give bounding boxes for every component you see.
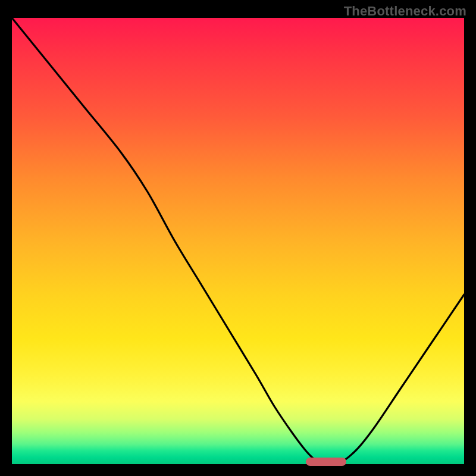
bottleneck-curve [12, 18, 464, 464]
watermark-text: TheBottleneck.com [344, 4, 466, 19]
plot-area [12, 18, 464, 464]
chart-frame: TheBottleneck.com [0, 0, 476, 476]
optimal-range-marker [306, 458, 346, 466]
curve-path [12, 18, 464, 465]
